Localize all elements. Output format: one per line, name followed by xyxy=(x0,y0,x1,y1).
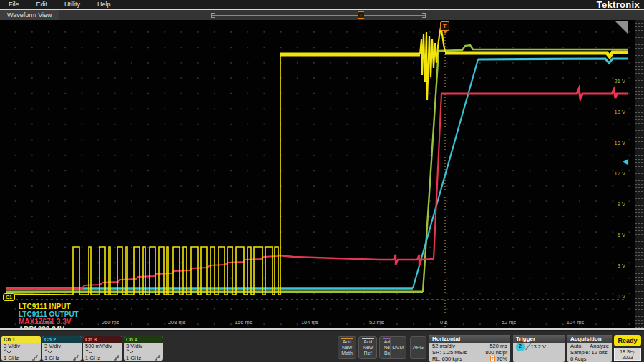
trace-ch2-top xyxy=(478,59,628,63)
dvm-button[interactable]: DVM xyxy=(390,336,406,359)
coupling-icon xyxy=(4,349,11,355)
channel-scale-3: 500 mV/div xyxy=(83,343,122,349)
channel-label-2: LTC9111 OUTPUT xyxy=(19,310,79,318)
x-tick-2: -208 ms xyxy=(166,319,185,326)
horizontal-row-left: SR: 1.25 MS/s xyxy=(432,349,467,356)
bandwidth-value: 1 GHz xyxy=(44,356,59,361)
trace-ch3-mid xyxy=(279,255,434,265)
horizontal-row-3: RL: 650 kptsT70% xyxy=(429,356,510,362)
channel-scale-4: 3 V/div xyxy=(124,343,163,349)
ready-status-badge[interactable]: Ready xyxy=(614,335,641,346)
channel-scale-1: 3 V/div xyxy=(1,343,41,349)
y-tick-4: 12 V xyxy=(615,170,625,177)
date-text: 18 Sep 2023 xyxy=(615,349,640,361)
trace-ch1-top-right xyxy=(445,52,628,57)
oscilloscope-app: File Edit Utility Help Tektronix Wavefor… xyxy=(0,0,644,362)
zoom-corner-handle[interactable] xyxy=(615,21,628,34)
tab-bar: Waveform View T xyxy=(0,9,644,20)
slider-track[interactable] xyxy=(211,15,426,16)
acquisition-sample: Sample: 12 bits xyxy=(570,349,608,356)
horizontal-row-left: RL: 650 kpts xyxy=(432,356,462,362)
bandwidth-limit-icon xyxy=(154,355,161,361)
channel-bandwidth-3: 1 GHz xyxy=(83,355,122,361)
menu-help[interactable]: Help xyxy=(89,0,119,9)
horizontal-row-right: 520 ms xyxy=(489,343,507,349)
acquisition-count: 6 Acqs xyxy=(570,356,587,362)
channel-coupling-row-2 xyxy=(42,349,82,355)
trigger-level-arrow-icon[interactable]: ◀ xyxy=(623,157,628,165)
x-tick-6: 0 s xyxy=(440,319,447,326)
channel-bandwidth-4: 1 GHz xyxy=(124,355,163,361)
channel-badge-1[interactable]: Ch 13 V/div1 GHz xyxy=(1,336,41,361)
y-tick-3: 15 V xyxy=(615,140,625,146)
y-tick-5: 9 V xyxy=(618,201,625,207)
menu-file[interactable]: File xyxy=(0,0,28,9)
bandwidth-value: 1 GHz xyxy=(4,356,19,361)
slider-trigger-marker[interactable]: T xyxy=(358,11,364,19)
channel-coupling-row-1 xyxy=(1,349,41,355)
bandwidth-limit-icon xyxy=(113,355,120,361)
horizontal-row-2: SR: 1.25 MS/s800 ns/pt xyxy=(429,349,510,356)
waveform-traces xyxy=(0,20,644,330)
horizontal-row-left: 52 ms/div xyxy=(432,343,455,349)
x-tick-1: -260 ms xyxy=(99,319,119,326)
channel-label-3: MAX17671 3.3V xyxy=(19,318,71,326)
tektronix-logo: Tektronix xyxy=(597,0,640,9)
bandwidth-limit-icon xyxy=(31,355,39,361)
trigger-panel-title: Trigger xyxy=(513,335,565,343)
coupling-icon xyxy=(44,349,52,355)
menu-bar: File Edit Utility Help Tektronix xyxy=(0,0,644,9)
horizontal-row-right: 800 ns/pt xyxy=(485,349,507,356)
slider-left-bracket[interactable] xyxy=(211,13,215,18)
menu-utility[interactable]: Utility xyxy=(56,0,89,9)
menu-edit[interactable]: Edit xyxy=(28,0,57,9)
x-tick-8: 104 ms xyxy=(567,319,585,326)
slider-right-bracket[interactable] xyxy=(422,13,426,18)
coupling-icon xyxy=(126,349,133,355)
add-new-math-button[interactable]: AddNewMath xyxy=(338,336,356,359)
y-tick-1: 21 V xyxy=(615,78,625,84)
channel-coupling-row-3 xyxy=(83,349,122,355)
y-tick-2: 18 V xyxy=(615,109,625,115)
y-tick-6: 6 V xyxy=(618,232,625,238)
channel-bandwidth-2: 1 GHz xyxy=(42,355,82,361)
channel-badge-3[interactable]: Ch 3500 mV/div1 GHz xyxy=(83,336,122,361)
coupling-icon xyxy=(85,349,92,355)
datetime-display: 18 Sep 2023 11:54:00 AM xyxy=(614,348,641,361)
trigger-position-flag[interactable]: T xyxy=(440,21,449,31)
x-tick-5: -52 ms xyxy=(368,319,384,326)
x-tick-4: -104 ms xyxy=(299,319,318,326)
trigger-source-badge: 2 xyxy=(516,343,525,351)
acquisition-analyze[interactable]: Analyze xyxy=(590,343,609,349)
y-tick-8: 0 V xyxy=(618,293,625,300)
trace-ch1-pulse-train xyxy=(6,55,280,295)
bandwidth-value: 1 GHz xyxy=(126,356,141,361)
horizontal-panel[interactable]: Horizontal 52 ms/div520 msSR: 1.25 MS/s8… xyxy=(429,335,510,362)
acquisition-mode: Auto, xyxy=(570,343,583,349)
channel-scale-2: 3 V/div xyxy=(42,343,82,349)
add-new-ref-button[interactable]: AddNewRef xyxy=(358,336,377,359)
bottom-control-bar: Ch 13 V/div1 GHzCh 23 V/div1 GHzCh 3500 … xyxy=(0,331,644,362)
afg-button[interactable]: AFG xyxy=(410,336,426,359)
bandwidth-value: 1 GHz xyxy=(85,356,100,361)
trigger-slope-icon: ╱ xyxy=(525,343,531,351)
tab-waveform-view[interactable]: Waveform View xyxy=(0,10,59,21)
horizontal-row-1: 52 ms/div520 ms xyxy=(429,343,510,349)
trigger-position-icon: T xyxy=(490,356,495,361)
horizontal-panel-title: Horizontal xyxy=(429,335,510,343)
horizontal-row-right: T70% xyxy=(490,356,507,362)
channel-bandwidth-1: 1 GHz xyxy=(1,355,41,361)
x-tick-3: -156 ms xyxy=(233,319,252,326)
bandwidth-limit-icon xyxy=(72,355,79,361)
pan-zoom-slider[interactable]: T xyxy=(211,13,426,19)
channel-badge-4[interactable]: Ch 43 V/div1 GHz xyxy=(124,336,163,361)
trace-ch1-burst xyxy=(420,27,445,100)
channel-coupling-row-4 xyxy=(124,349,163,355)
ch1-ground-marker[interactable]: C1 xyxy=(3,293,15,301)
trigger-panel[interactable]: Trigger 2 ╱ 13.2 V xyxy=(513,335,565,362)
vertical-scrollbar[interactable] xyxy=(635,20,644,330)
acquisition-panel[interactable]: Acquisition Auto, Analyze Sample: 12 bit… xyxy=(567,335,612,362)
channel-badge-2[interactable]: Ch 23 V/div1 GHz xyxy=(42,336,82,361)
waveform-display[interactable]: T ◀ C1 -312 ms-260 ms-208 ms-156 ms-104 … xyxy=(0,20,644,330)
trigger-level-value: 13.2 V xyxy=(530,343,546,351)
